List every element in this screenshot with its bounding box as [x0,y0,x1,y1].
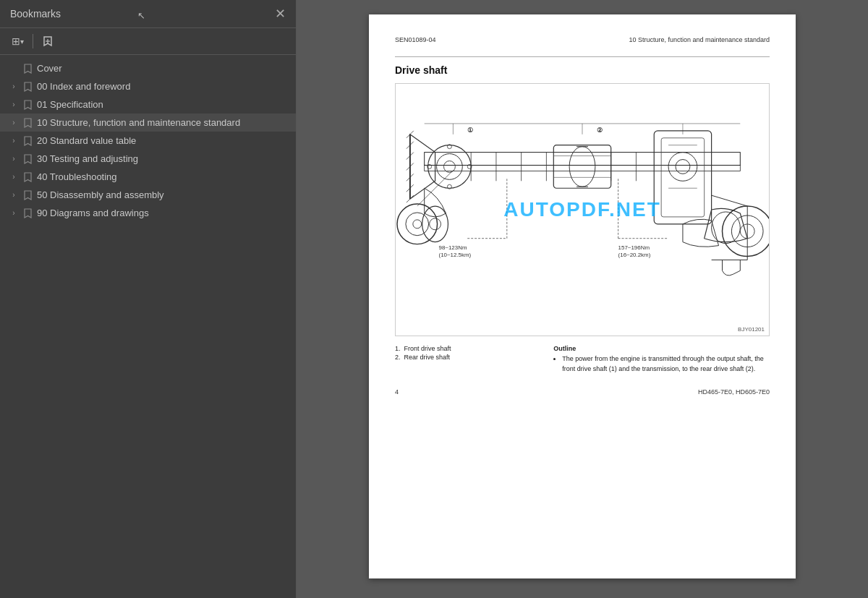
svg-text:157~196Nm: 157~196Nm [618,244,650,251]
bookmark-list: Cover › 00 Index and foreword › 01 Speci… [0,55,296,598]
chevron-30: › [9,155,19,163]
toolbar-divider [33,34,33,48]
component-list: 1. Front drive shaft 2. Rear drive shaft [395,345,539,361]
bookmark-label-10: 10 Structure, function and maintenance s… [37,117,240,128]
bookmark-item-10[interactable]: › 10 Structure, function and maintenance… [0,114,296,132]
bookmark-item-00[interactable]: › 00 Index and foreword [0,77,296,95]
chevron-40: › [9,173,19,181]
bookmark-label-40: 40 Troubleshooting [37,171,117,182]
chevron-50: › [9,191,19,199]
bookmark-item-20[interactable]: › 20 Standard value table [0,132,296,150]
sidebar-title: Bookmarks [10,8,61,20]
bookmark-item-50[interactable]: › 50 Disassembly and assembly [0,186,296,204]
list-icon: ⊞ [12,35,20,47]
bookmark-label-01: 01 Specification [37,99,103,110]
main-content: SEN01089-04 10 Structure, function and m… [297,0,868,598]
bookmark-label-00: 00 Index and foreword [37,81,130,92]
bookmark-item-40[interactable]: › 40 Troubleshooting [0,168,296,186]
svg-text:(10~12.5km): (10~12.5km) [439,252,472,258]
content-below: 1. Front drive shaft 2. Rear drive shaft… [395,345,770,374]
bookmark-item-01[interactable]: › 01 Specification [0,95,296,114]
chevron-90: › [9,209,19,217]
svg-text:②: ② [597,127,603,134]
bookmark-label-20: 20 Standard value table [37,135,136,146]
sidebar: Bookmarks ↖ ✕ ⊞ ▾ Cover › [0,0,297,598]
sidebar-header: Bookmarks ↖ ✕ [0,0,296,28]
model-number: HD465-7E0, HD605-7E0 [698,388,770,396]
bookmark-icon [42,35,54,47]
page-header-right: 10 Structure, function and maintenance s… [629,36,770,43]
bookmark-label-cover: Cover [37,63,62,74]
bookmark-add-button[interactable] [38,33,58,50]
bookmark-label-50: 50 Disassembly and assembly [37,189,164,200]
bookmark-label-30: 30 Testing and adjusting [37,153,138,164]
bookmark-icon-90 [23,208,33,218]
bookmark-icon-cover [23,64,33,74]
bookmark-item-90[interactable]: › 90 Diagrams and drawings [0,204,296,222]
diagram-container: 98~123Nm (10~12.5km) 157~196Nm (16~20.2k… [395,83,770,336]
bookmark-icon-01 [23,100,33,110]
list-view-button[interactable]: ⊞ ▾ [7,33,28,50]
diagram-caption: BJY01201 [738,326,765,333]
pdf-page: SEN01089-04 10 Structure, function and m… [369,14,796,578]
close-button[interactable]: ✕ [275,7,286,20]
dropdown-arrow-icon: ▾ [20,38,24,46]
list-item-1: 1. Front drive shaft [395,345,539,352]
outline-text: The power from the engine is transmitted… [562,354,770,374]
chevron-10: › [9,119,19,127]
page-number: 4 [395,388,399,396]
sidebar-toolbar: ⊞ ▾ [0,28,296,55]
chevron-20: › [9,137,19,145]
list-item-2: 2. Rear drive shaft [395,354,539,361]
bookmark-icon-00 [23,82,33,92]
chevron-00: › [9,82,19,90]
page-section-title: Drive shaft [395,64,770,76]
bookmark-label-90: 90 Diagrams and drawings [37,208,149,218]
page-footer: 4 HD465-7E0, HD605-7E0 [395,388,770,396]
bookmark-icon-20 [23,136,33,146]
outline-title: Outline [553,345,770,352]
bookmark-item-30[interactable]: › 30 Testing and adjusting [0,150,296,168]
page-header: SEN01089-04 10 Structure, function and m… [395,36,770,46]
bookmark-icon-30 [23,154,33,164]
svg-text:98~123Nm: 98~123Nm [439,244,467,251]
bookmark-item-cover[interactable]: Cover [0,59,296,77]
chevron-01: › [9,101,19,108]
svg-text:①: ① [467,127,473,134]
bookmark-icon-10 [23,118,33,128]
outline-area: Outline The power from the engine is tra… [553,345,770,374]
drive-shaft-diagram: 98~123Nm (10~12.5km) 157~196Nm (16~20.2k… [396,84,769,336]
cursor-indicator: ↖ [137,10,145,21]
bookmark-icon-40 [23,172,33,182]
svg-text:(16~20.2km): (16~20.2km) [618,252,651,258]
bookmark-icon-50 [23,190,33,200]
content-list-area: 1. Front drive shaft 2. Rear drive shaft [395,345,539,374]
page-container[interactable]: SEN01089-04 10 Structure, function and m… [297,0,868,598]
page-header-left: SEN01089-04 [395,36,436,43]
